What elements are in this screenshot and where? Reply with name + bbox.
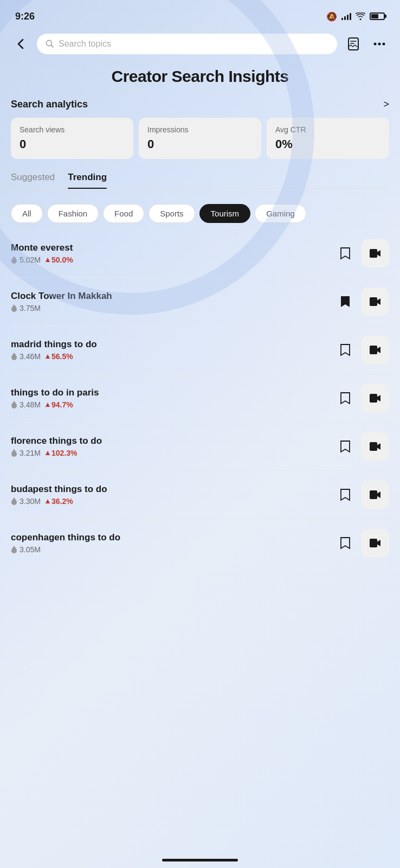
status-time: 9:26 [15,11,35,22]
bookmark-button[interactable] [335,484,356,505]
item-actions [335,432,389,461]
create-video-button[interactable] [361,288,389,316]
bookmark-button[interactable] [335,340,356,360]
bookmark-button[interactable] [335,243,356,264]
svg-rect-9 [370,442,377,451]
search-placeholder: Search topics [59,39,111,49]
chip-all[interactable]: All [11,204,43,223]
trending-list: Monte everest 5.02M 50.0% [0,229,400,567]
item-views: 3.21M [11,449,41,457]
page-title-section: Creator Search Insights [0,59,400,99]
analytics-cards: Search views 0 Impressions 0 Avg CTR 0% [11,118,389,159]
page-title: Creator Search Insights [13,67,387,86]
svg-point-4 [383,43,385,46]
item-growth: 36.2% [45,497,73,506]
item-stats: 3.48M 94.7% [11,400,328,409]
svg-rect-8 [370,394,377,403]
svg-point-3 [378,43,381,46]
avg-ctr-value: 0% [275,137,380,151]
search-topics-input[interactable]: Search topics [37,34,337,54]
tab-trending[interactable]: Trending [68,172,107,188]
list-item: Monte everest 5.02M 50.0% [11,229,389,278]
chip-sports[interactable]: Sports [149,204,195,223]
item-info: Clock Tower In Makkah 3.75M [11,291,328,312]
item-growth: 56.5% [45,352,73,361]
item-growth: 102.3% [45,449,77,457]
back-button[interactable] [11,34,30,54]
analytics-header: Search analytics > [11,99,389,110]
search-views-label: Search views [20,125,125,134]
item-title: things to do in paris [11,387,328,398]
bookmark-button[interactable] [335,291,356,312]
create-video-button[interactable] [361,384,389,412]
search-views-value: 0 [20,137,125,151]
tab-suggested[interactable]: Suggested [11,172,55,188]
item-title: madrid things to do [11,339,328,350]
item-info: copenhagen things to do 3.05M [11,532,328,554]
analytics-title: Search analytics [11,99,88,110]
list-item: copenhagen things to do 3.05M [11,519,389,567]
create-video-button[interactable] [361,239,389,267]
item-title: Clock Tower In Makkah [11,291,328,302]
bookmark-button[interactable] [335,436,356,457]
list-item: madrid things to do 3.46M 56.5% [11,326,389,374]
signal-icon [341,12,351,20]
list-item: things to do in paris 3.48M 94.7% [11,374,389,423]
item-info: madrid things to do 3.46M 56.5% [11,339,328,361]
item-views: 3.75M [11,304,41,312]
item-title: budapest things to do [11,484,328,495]
item-views: 3.30M [11,497,41,506]
item-stats: 5.02M 50.0% [11,256,328,264]
chip-food[interactable]: Food [103,204,144,223]
item-title: Monte everest [11,242,328,253]
analytics-section: Search analytics > Search views 0 Impres… [0,99,400,159]
item-stats: 3.75M [11,304,328,312]
list-item: Clock Tower In Makkah 3.75M [11,278,389,326]
impressions-card: Impressions 0 [139,118,261,159]
wifi-icon [356,12,365,20]
chip-tourism[interactable]: Tourism [199,204,251,223]
item-info: Monte everest 5.02M 50.0% [11,242,328,264]
item-info: florence things to do 3.21M 102.3% [11,436,328,457]
item-actions [335,481,389,509]
create-video-button[interactable] [361,336,389,364]
item-stats: 3.30M 36.2% [11,497,328,506]
avg-ctr-card: Avg CTR 0% [267,118,389,159]
item-actions [335,384,389,412]
item-actions [335,336,389,364]
item-stats: 3.46M 56.5% [11,352,328,361]
battery-icon [370,12,385,20]
create-video-button[interactable] [361,481,389,509]
item-views: 5.02M [11,256,41,264]
svg-rect-5 [370,249,377,258]
search-icon [46,40,54,48]
item-info: budapest things to do 3.30M 36.2% [11,484,328,506]
impressions-label: Impressions [147,125,253,134]
bookmark-button[interactable] [335,533,356,553]
nav-bar: Search topics [0,29,400,59]
bookmark-button[interactable] [335,388,356,409]
item-views: 3.46M [11,352,41,361]
item-info: things to do in paris 3.48M 94.7% [11,387,328,409]
create-video-button[interactable] [361,432,389,461]
item-views: 3.05M [11,545,41,554]
item-title: florence things to do [11,436,328,446]
chip-fashion[interactable]: Fashion [47,204,99,223]
chip-gaming[interactable]: Gaming [255,204,306,223]
analytics-more-button[interactable]: > [383,99,389,110]
item-title: copenhagen things to do [11,532,328,543]
create-video-button[interactable] [361,529,389,557]
list-item: florence things to do 3.21M 102.3% [11,423,389,471]
svg-rect-1 [349,38,358,50]
svg-point-2 [374,43,377,46]
item-stats: 3.05M [11,545,328,554]
more-options-button[interactable] [370,34,389,54]
item-growth: 94.7% [45,400,73,409]
home-indicator [162,859,238,861]
bookmark-nav-button[interactable] [344,34,363,54]
item-actions [335,288,389,316]
avg-ctr-label: Avg CTR [275,125,380,134]
impressions-value: 0 [147,137,253,151]
svg-rect-11 [370,539,377,547]
tabs-section: Suggested Trending [0,159,400,189]
